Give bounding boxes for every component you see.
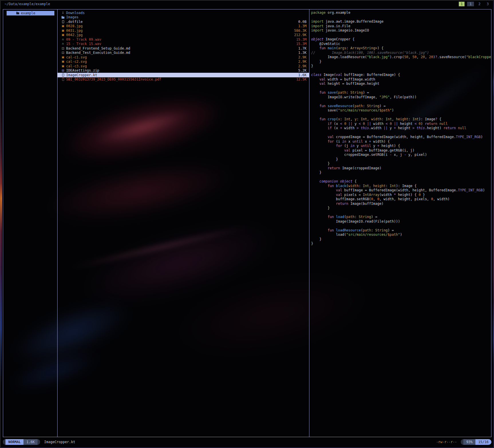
code-line: fun save(path: String) = <box>311 91 491 95</box>
code-line: @JvmStatic <box>311 42 491 46</box>
audio-icon: ∩ <box>61 38 65 41</box>
download-icon: ↧ <box>61 11 65 14</box>
code-line: val croppedImage = BufferedImage(width, … <box>311 135 491 139</box>
terminal-window: ~/Data/example/example 1123 example ↧Dow… <box>0 0 494 448</box>
status-bar: NORMAL 1.6K ImageCropper.kt -rw-r--r-- 9… <box>3 439 491 445</box>
code-line <box>311 99 491 104</box>
status-filename: ImageCropper.kt <box>44 440 75 444</box>
file-size: 15.3M <box>296 42 307 46</box>
status-pill-cap <box>3 439 5 445</box>
file-row[interactable]: ▣cal-c3.svg2.9K <box>58 64 309 68</box>
code-line: } <box>311 170 491 175</box>
markdown-icon: ◫ <box>61 47 65 50</box>
mode-indicator: NORMAL <box>5 439 23 445</box>
file-row[interactable]: ▣cal-c1.svg2.9K <box>58 55 309 60</box>
code-line: fun loadResource(path: String) = <box>311 228 491 233</box>
file-name: 09 - Track 09.wav <box>66 38 101 42</box>
file-row[interactable]: ∩09 - Track 09.wav15.3M <box>58 37 309 42</box>
file-size: 0.0B <box>298 20 307 24</box>
file-manager-panels: example ↧DownloadsImages.dotfile0.0B▣002… <box>3 9 491 437</box>
code-line <box>311 224 491 228</box>
code-line <box>311 33 491 38</box>
code-line: fun crop(x: Int, y: Int, width: Int, hei… <box>311 117 491 122</box>
code-line: return Image(croppedImage) <box>311 166 491 171</box>
file-row[interactable]: ImageCropper.kt1.6K <box>58 73 309 77</box>
file-size-badge: 1.6K <box>23 439 37 445</box>
file-name: cal-c2.svg <box>66 60 87 64</box>
markdown-icon: ◫ <box>61 51 65 54</box>
code-line: import java.awt.image.BufferedImage <box>311 19 491 24</box>
code-line: class Image(val buffImage: BufferedImage… <box>311 73 491 77</box>
file-name: cal-c1.svg <box>66 55 87 59</box>
tab-3[interactable]: 3 <box>485 2 491 6</box>
file-name: 15 - Track 15.wav <box>66 42 101 46</box>
file-name: 0031.jpg <box>66 29 83 33</box>
file-size: 586.3K <box>294 29 307 33</box>
image-icon: ▣ <box>61 34 65 36</box>
code-line: companion object { <box>311 179 491 184</box>
tab-bar: 1123 <box>459 1 491 6</box>
file-row[interactable]: ∩15 - Track 15.wav15.3M <box>58 42 309 46</box>
code-line: croppedImage.setRGB(i - x, j - y, pixel) <box>311 153 491 157</box>
code-line: buffImage.setRGB(0, 0, width, height, pi… <box>311 197 491 202</box>
file-name: ImageCropper.kt <box>66 73 97 77</box>
file-list[interactable]: ↧DownloadsImages.dotfile0.0B▣0028.jpg1.3… <box>58 9 309 437</box>
code-line: } <box>311 157 491 162</box>
code-line: val buffImage = BufferedImage(width, hei… <box>311 188 491 193</box>
image-icon: ▣ <box>61 25 65 27</box>
file-row[interactable]: ↧Downloads <box>58 11 309 15</box>
code-line: Image.loadResource("black.jpg").crop(50,… <box>311 55 491 60</box>
sidebar-item-example[interactable]: example <box>7 11 54 15</box>
file-row[interactable]: .dotfile0.0B <box>58 19 309 24</box>
code-line: Image(ImageIO.read(File(path))) <box>311 219 491 224</box>
code-line: ImageIO.write(buffImage, "JPG", File(pat… <box>311 95 491 100</box>
file-size: 212.9K <box>294 33 307 37</box>
code-line: } <box>311 60 491 64</box>
file-size: 2.9K <box>298 64 307 68</box>
code-line <box>311 86 491 91</box>
code-line <box>311 113 491 117</box>
file-name: .dotfile <box>66 20 83 24</box>
file-row[interactable]: ◫Backend_Test_Execution_Guide.md1.3K <box>58 51 309 55</box>
file-row[interactable]: SBI_0032013739_2023_DE05_0003155631Invoi… <box>58 77 309 82</box>
zip-icon: ▤ <box>61 69 65 72</box>
file-size: 15.3M <box>296 38 307 42</box>
code-line <box>311 175 491 180</box>
folder-icon <box>16 12 19 14</box>
code-line: for (j in y until y + height) { <box>311 144 491 148</box>
file-size: 2.9K <box>298 55 307 59</box>
image-icon: ▣ <box>61 60 65 63</box>
file-row[interactable]: Images <box>58 15 309 20</box>
file-row[interactable]: ◫Backend_Frontend_Setup_Guide.md1.7K <box>58 46 309 51</box>
file-name: SBI_0032013739_2023_DE05_0003155631Invoi… <box>66 77 161 81</box>
code-line: load("src/main/resources/$path") <box>311 233 491 237</box>
scroll-percent: 93% <box>463 439 475 445</box>
file-row[interactable]: ▤IDEAsettings.zip5.2K <box>58 68 309 73</box>
code-line <box>311 68 491 73</box>
code-line: return Image(buffImage) <box>311 202 491 206</box>
code-line <box>311 131 491 135</box>
file-name: Downloads <box>66 11 85 15</box>
file-size: 1.7K <box>298 46 307 50</box>
code-line: if (x + width > this.width || y + height… <box>311 126 491 131</box>
kotlin-file-icon <box>61 74 65 76</box>
file-name: Backend_Test_Execution_Guide.md <box>66 51 130 55</box>
file-size: 5.2K <box>298 68 307 72</box>
tab-2[interactable]: 2 <box>477 2 482 6</box>
code-line: // Image.black(100, 100).saveResource("b… <box>311 51 491 55</box>
code-line: package org.example <box>311 11 491 15</box>
tab-1[interactable]: 1 <box>459 2 465 6</box>
code-line: val width = buffImage.width <box>311 77 491 82</box>
file-size: 2.9K <box>298 60 307 64</box>
image-icon: ▣ <box>61 65 65 68</box>
file-size: 1.3M <box>298 24 307 28</box>
file-row[interactable]: ▣0031.jpg586.3K <box>58 28 309 33</box>
image-icon: ▣ <box>61 56 65 59</box>
file-row[interactable]: ▣0042.jpg212.9K <box>58 33 309 38</box>
file-row[interactable]: ▣cal-c2.svg2.9K <box>58 60 309 64</box>
tab-1[interactable]: 1 <box>467 2 474 6</box>
code-line: } <box>311 64 491 68</box>
code-line: fun black(width: Int, height: Int): Imag… <box>311 184 491 188</box>
code-line: save("src/main/resources/$path") <box>311 108 491 113</box>
file-row[interactable]: ▣0028.jpg1.3M <box>58 24 309 29</box>
